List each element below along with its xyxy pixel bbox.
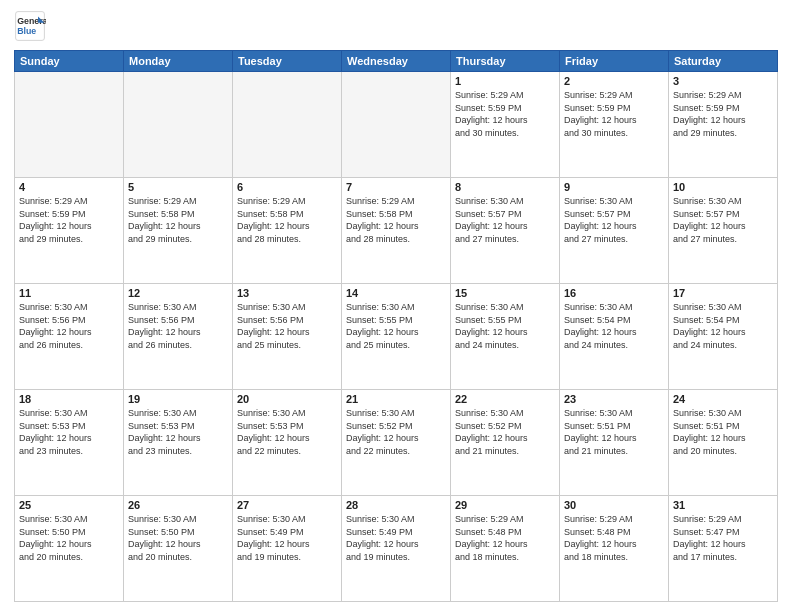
day-number: 13 bbox=[237, 287, 337, 299]
day-number: 23 bbox=[564, 393, 664, 405]
day-info: Sunrise: 5:30 AMSunset: 5:56 PMDaylight:… bbox=[237, 301, 337, 351]
calendar-table: SundayMondayTuesdayWednesdayThursdayFrid… bbox=[14, 50, 778, 602]
calendar-cell: 12Sunrise: 5:30 AMSunset: 5:56 PMDayligh… bbox=[124, 284, 233, 390]
calendar-cell: 10Sunrise: 5:30 AMSunset: 5:57 PMDayligh… bbox=[669, 178, 778, 284]
logo: General Blue bbox=[14, 10, 46, 42]
day-info: Sunrise: 5:30 AMSunset: 5:54 PMDaylight:… bbox=[673, 301, 773, 351]
calendar-cell: 19Sunrise: 5:30 AMSunset: 5:53 PMDayligh… bbox=[124, 390, 233, 496]
calendar-cell bbox=[124, 72, 233, 178]
day-number: 29 bbox=[455, 499, 555, 511]
day-number: 14 bbox=[346, 287, 446, 299]
calendar-cell: 9Sunrise: 5:30 AMSunset: 5:57 PMDaylight… bbox=[560, 178, 669, 284]
weekday-header-tuesday: Tuesday bbox=[233, 51, 342, 72]
calendar-cell: 2Sunrise: 5:29 AMSunset: 5:59 PMDaylight… bbox=[560, 72, 669, 178]
calendar-cell: 15Sunrise: 5:30 AMSunset: 5:55 PMDayligh… bbox=[451, 284, 560, 390]
week-row-2: 4Sunrise: 5:29 AMSunset: 5:59 PMDaylight… bbox=[15, 178, 778, 284]
day-number: 22 bbox=[455, 393, 555, 405]
week-row-3: 11Sunrise: 5:30 AMSunset: 5:56 PMDayligh… bbox=[15, 284, 778, 390]
day-number: 17 bbox=[673, 287, 773, 299]
calendar-cell: 31Sunrise: 5:29 AMSunset: 5:47 PMDayligh… bbox=[669, 496, 778, 602]
day-number: 20 bbox=[237, 393, 337, 405]
weekday-header-saturday: Saturday bbox=[669, 51, 778, 72]
calendar-cell: 1Sunrise: 5:29 AMSunset: 5:59 PMDaylight… bbox=[451, 72, 560, 178]
day-info: Sunrise: 5:29 AMSunset: 5:59 PMDaylight:… bbox=[564, 89, 664, 139]
day-number: 8 bbox=[455, 181, 555, 193]
day-info: Sunrise: 5:30 AMSunset: 5:52 PMDaylight:… bbox=[455, 407, 555, 457]
day-info: Sunrise: 5:30 AMSunset: 5:53 PMDaylight:… bbox=[128, 407, 228, 457]
calendar-cell: 30Sunrise: 5:29 AMSunset: 5:48 PMDayligh… bbox=[560, 496, 669, 602]
calendar-cell: 20Sunrise: 5:30 AMSunset: 5:53 PMDayligh… bbox=[233, 390, 342, 496]
day-number: 31 bbox=[673, 499, 773, 511]
header: General Blue bbox=[14, 10, 778, 42]
day-info: Sunrise: 5:30 AMSunset: 5:51 PMDaylight:… bbox=[564, 407, 664, 457]
day-info: Sunrise: 5:30 AMSunset: 5:49 PMDaylight:… bbox=[237, 513, 337, 563]
calendar-cell: 14Sunrise: 5:30 AMSunset: 5:55 PMDayligh… bbox=[342, 284, 451, 390]
calendar-cell: 26Sunrise: 5:30 AMSunset: 5:50 PMDayligh… bbox=[124, 496, 233, 602]
calendar-cell: 5Sunrise: 5:29 AMSunset: 5:58 PMDaylight… bbox=[124, 178, 233, 284]
calendar-cell: 13Sunrise: 5:30 AMSunset: 5:56 PMDayligh… bbox=[233, 284, 342, 390]
day-info: Sunrise: 5:30 AMSunset: 5:56 PMDaylight:… bbox=[128, 301, 228, 351]
day-info: Sunrise: 5:30 AMSunset: 5:53 PMDaylight:… bbox=[19, 407, 119, 457]
week-row-1: 1Sunrise: 5:29 AMSunset: 5:59 PMDaylight… bbox=[15, 72, 778, 178]
day-number: 24 bbox=[673, 393, 773, 405]
calendar-cell: 23Sunrise: 5:30 AMSunset: 5:51 PMDayligh… bbox=[560, 390, 669, 496]
day-number: 15 bbox=[455, 287, 555, 299]
calendar-cell: 3Sunrise: 5:29 AMSunset: 5:59 PMDaylight… bbox=[669, 72, 778, 178]
weekday-header-sunday: Sunday bbox=[15, 51, 124, 72]
calendar-cell: 16Sunrise: 5:30 AMSunset: 5:54 PMDayligh… bbox=[560, 284, 669, 390]
calendar-cell: 22Sunrise: 5:30 AMSunset: 5:52 PMDayligh… bbox=[451, 390, 560, 496]
day-number: 18 bbox=[19, 393, 119, 405]
day-info: Sunrise: 5:29 AMSunset: 5:47 PMDaylight:… bbox=[673, 513, 773, 563]
day-number: 3 bbox=[673, 75, 773, 87]
day-number: 7 bbox=[346, 181, 446, 193]
calendar-cell: 8Sunrise: 5:30 AMSunset: 5:57 PMDaylight… bbox=[451, 178, 560, 284]
day-info: Sunrise: 5:30 AMSunset: 5:52 PMDaylight:… bbox=[346, 407, 446, 457]
day-info: Sunrise: 5:29 AMSunset: 5:48 PMDaylight:… bbox=[455, 513, 555, 563]
day-number: 12 bbox=[128, 287, 228, 299]
day-info: Sunrise: 5:29 AMSunset: 5:59 PMDaylight:… bbox=[19, 195, 119, 245]
day-info: Sunrise: 5:30 AMSunset: 5:55 PMDaylight:… bbox=[455, 301, 555, 351]
calendar-cell: 6Sunrise: 5:29 AMSunset: 5:58 PMDaylight… bbox=[233, 178, 342, 284]
day-info: Sunrise: 5:29 AMSunset: 5:48 PMDaylight:… bbox=[564, 513, 664, 563]
day-number: 6 bbox=[237, 181, 337, 193]
day-number: 26 bbox=[128, 499, 228, 511]
weekday-header-monday: Monday bbox=[124, 51, 233, 72]
calendar-cell: 29Sunrise: 5:29 AMSunset: 5:48 PMDayligh… bbox=[451, 496, 560, 602]
weekday-header-thursday: Thursday bbox=[451, 51, 560, 72]
day-number: 2 bbox=[564, 75, 664, 87]
day-info: Sunrise: 5:30 AMSunset: 5:56 PMDaylight:… bbox=[19, 301, 119, 351]
day-number: 4 bbox=[19, 181, 119, 193]
day-number: 30 bbox=[564, 499, 664, 511]
day-number: 5 bbox=[128, 181, 228, 193]
day-number: 10 bbox=[673, 181, 773, 193]
calendar-cell: 11Sunrise: 5:30 AMSunset: 5:56 PMDayligh… bbox=[15, 284, 124, 390]
day-number: 27 bbox=[237, 499, 337, 511]
weekday-header-wednesday: Wednesday bbox=[342, 51, 451, 72]
day-info: Sunrise: 5:30 AMSunset: 5:51 PMDaylight:… bbox=[673, 407, 773, 457]
weekday-header-row: SundayMondayTuesdayWednesdayThursdayFrid… bbox=[15, 51, 778, 72]
calendar-cell: 24Sunrise: 5:30 AMSunset: 5:51 PMDayligh… bbox=[669, 390, 778, 496]
day-info: Sunrise: 5:29 AMSunset: 5:59 PMDaylight:… bbox=[455, 89, 555, 139]
day-info: Sunrise: 5:30 AMSunset: 5:53 PMDaylight:… bbox=[237, 407, 337, 457]
day-number: 9 bbox=[564, 181, 664, 193]
calendar-cell: 17Sunrise: 5:30 AMSunset: 5:54 PMDayligh… bbox=[669, 284, 778, 390]
calendar-cell: 21Sunrise: 5:30 AMSunset: 5:52 PMDayligh… bbox=[342, 390, 451, 496]
calendar-cell bbox=[233, 72, 342, 178]
day-info: Sunrise: 5:30 AMSunset: 5:54 PMDaylight:… bbox=[564, 301, 664, 351]
day-number: 16 bbox=[564, 287, 664, 299]
svg-text:Blue: Blue bbox=[17, 26, 36, 36]
day-number: 21 bbox=[346, 393, 446, 405]
day-info: Sunrise: 5:29 AMSunset: 5:58 PMDaylight:… bbox=[237, 195, 337, 245]
calendar-cell: 4Sunrise: 5:29 AMSunset: 5:59 PMDaylight… bbox=[15, 178, 124, 284]
calendar-cell: 28Sunrise: 5:30 AMSunset: 5:49 PMDayligh… bbox=[342, 496, 451, 602]
week-row-5: 25Sunrise: 5:30 AMSunset: 5:50 PMDayligh… bbox=[15, 496, 778, 602]
logo-icon: General Blue bbox=[14, 10, 46, 42]
day-number: 1 bbox=[455, 75, 555, 87]
day-number: 11 bbox=[19, 287, 119, 299]
day-info: Sunrise: 5:29 AMSunset: 5:59 PMDaylight:… bbox=[673, 89, 773, 139]
calendar-cell: 25Sunrise: 5:30 AMSunset: 5:50 PMDayligh… bbox=[15, 496, 124, 602]
page: General Blue SundayMondayTuesdayWednesda… bbox=[0, 0, 792, 612]
day-info: Sunrise: 5:30 AMSunset: 5:57 PMDaylight:… bbox=[673, 195, 773, 245]
calendar-cell: 18Sunrise: 5:30 AMSunset: 5:53 PMDayligh… bbox=[15, 390, 124, 496]
day-number: 28 bbox=[346, 499, 446, 511]
